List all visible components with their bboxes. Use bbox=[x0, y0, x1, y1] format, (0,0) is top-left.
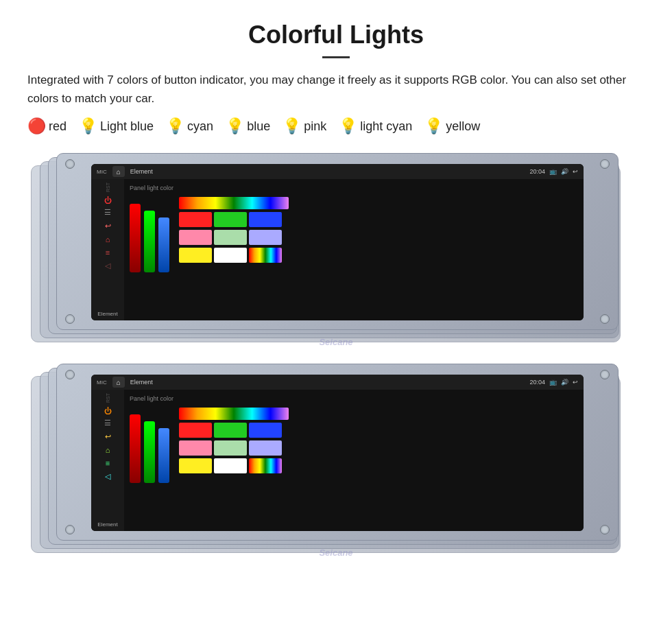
swatch-row-b2 bbox=[179, 440, 289, 456]
swatch-row-2 bbox=[179, 230, 289, 245]
screw-b-tr bbox=[600, 370, 610, 379]
color-yellow: 💡 yellow bbox=[424, 117, 480, 135]
screen-body-top: RST ⏻ ☰ ↩ ⌂ ≡ ◁ Element Panel lig bbox=[91, 179, 584, 320]
main-panel-top: MIC ⌂ Element 20:04 📺 🔊 ↩ RST bbox=[56, 153, 619, 330]
swatch-b-lavender bbox=[249, 440, 282, 456]
bulb-red-icon: 🔴 bbox=[27, 117, 46, 135]
icon-back: ↩ bbox=[573, 168, 578, 175]
color-light-blue: 💡 Light blue bbox=[79, 117, 154, 135]
screen-body-bottom: RST ⏻ ☰ ↩ ⌂ ≡ ◁ Element Panel light colo… bbox=[91, 390, 584, 531]
color-yellow-label: yellow bbox=[446, 119, 480, 134]
element-sidebar-label: Element bbox=[97, 311, 117, 317]
time-display: 20:04 bbox=[529, 168, 545, 175]
color-bars-b bbox=[130, 408, 169, 483]
screw-bl bbox=[65, 314, 75, 324]
nav-icon[interactable]: ≡ bbox=[106, 248, 110, 257]
swatch-row-1 bbox=[179, 212, 289, 227]
topbar-b-right: 20:04 📺 🔊 ↩ bbox=[529, 379, 578, 386]
title-divider bbox=[322, 56, 350, 58]
color-row: 🔴 red 💡 Light blue 💡 cyan 💡 blue 💡 pink … bbox=[27, 117, 645, 135]
color-pink-label: pink bbox=[304, 119, 326, 134]
screw-tr bbox=[600, 159, 610, 169]
icon-vol-b: 🔊 bbox=[561, 379, 568, 386]
topbar-left: MIC ⌂ Element bbox=[97, 166, 153, 177]
mic-label: MIC bbox=[97, 169, 107, 175]
color-blue: 💡 blue bbox=[226, 117, 270, 135]
screen-topbar: MIC ⌂ Element 20:04 📺 🔊 ↩ bbox=[91, 164, 584, 179]
menu-icon[interactable]: ☰ bbox=[104, 208, 111, 217]
description: Integrated with 7 colors of button indic… bbox=[27, 71, 645, 108]
swatch-b-pink bbox=[179, 440, 212, 456]
icon-tv-b: 📺 bbox=[549, 379, 557, 386]
vol-icon[interactable]: ◁ bbox=[105, 261, 110, 270]
bulb-blue-icon: 💡 bbox=[226, 117, 244, 135]
icon-tv: 📺 bbox=[549, 168, 557, 175]
swatch-red bbox=[179, 212, 212, 227]
bulb-cyan-icon: 💡 bbox=[166, 117, 184, 135]
page-wrapper: Colorful Lights Integrated with 7 colors… bbox=[0, 0, 672, 580]
color-cyan-label: cyan bbox=[187, 119, 213, 134]
back-arrow-b[interactable]: ↩ bbox=[105, 432, 111, 441]
screw-br bbox=[600, 314, 610, 324]
swatch-white bbox=[214, 248, 247, 263]
sidebar-icons: ⏻ ☰ ↩ ⌂ ≡ ◁ bbox=[104, 196, 112, 270]
panel-content-b bbox=[130, 408, 578, 483]
color-light-cyan: 💡 light cyan bbox=[339, 117, 412, 135]
rst-label: RST bbox=[106, 182, 110, 192]
bar-blue-b bbox=[158, 428, 169, 483]
swatch-rainbow bbox=[249, 248, 282, 263]
power-icon-b[interactable]: ⏻ bbox=[104, 407, 112, 415]
mic-label-b: MIC bbox=[97, 379, 107, 386]
page-title: Colorful Lights bbox=[27, 21, 645, 49]
sidebar-icons-b: ⏻ ☰ ↩ ⌂ ≡ ◁ bbox=[104, 407, 112, 481]
swatch-b-white bbox=[214, 458, 247, 473]
swatch-yellow bbox=[179, 248, 212, 263]
bar-red-b bbox=[130, 414, 141, 483]
element-label-top: Element bbox=[130, 168, 153, 175]
screw-b-bl bbox=[65, 525, 75, 534]
topbar-right: 20:04 📺 🔊 ↩ bbox=[529, 168, 578, 175]
time-display-b: 20:04 bbox=[529, 379, 545, 386]
bar-blue bbox=[158, 217, 169, 272]
screw-tl bbox=[65, 159, 75, 169]
screw-b-tl bbox=[65, 370, 75, 379]
home-button-b[interactable]: ⌂ bbox=[112, 377, 125, 388]
back-arrow-icon[interactable]: ↩ bbox=[105, 222, 111, 231]
menu-icon-b[interactable]: ☰ bbox=[104, 419, 111, 427]
icon-back-b: ↩ bbox=[573, 379, 578, 386]
swatch-row-b3 bbox=[179, 458, 289, 473]
screen-top: MIC ⌂ Element 20:04 📺 🔊 ↩ RST bbox=[91, 164, 584, 320]
rst-label-b: RST bbox=[106, 393, 110, 403]
bulb-pink-icon: 💡 bbox=[283, 117, 301, 135]
top-device-group: MIC ⌂ Element 20:04 📺 🔊 ↩ RST bbox=[27, 150, 645, 353]
color-pink: 💡 pink bbox=[283, 117, 326, 135]
screw-b-br bbox=[600, 525, 610, 534]
bulb-yellow-icon: 💡 bbox=[424, 117, 443, 135]
vol-icon-b[interactable]: ◁ bbox=[105, 472, 110, 481]
power-icon[interactable]: ⏻ bbox=[104, 196, 112, 204]
main-panel-bottom: MIC ⌂ Element 20:04 📺 🔊 ↩ RST bbox=[56, 364, 619, 541]
swatches-grid-b bbox=[179, 408, 289, 473]
color-lightblue-label: Light blue bbox=[100, 119, 154, 134]
bulb-lightblue-icon: 💡 bbox=[79, 117, 97, 135]
sidebar-bottom: RST ⏻ ☰ ↩ ⌂ ≡ ◁ Element bbox=[91, 390, 124, 531]
rainbow-bar-b bbox=[179, 408, 289, 420]
swatch-b-yellow bbox=[179, 458, 212, 473]
swatch-b-red bbox=[179, 423, 212, 438]
nav-icon-b[interactable]: ≡ bbox=[106, 459, 110, 467]
color-bars bbox=[130, 197, 169, 272]
bulb-lightcyan-icon: 💡 bbox=[339, 117, 357, 135]
home-house-icon[interactable]: ⌂ bbox=[106, 235, 110, 244]
swatch-blue bbox=[249, 212, 282, 227]
element-label-b: Element bbox=[130, 379, 153, 386]
swatch-pink bbox=[179, 230, 212, 245]
swatch-b-green bbox=[214, 423, 247, 438]
sidebar-top: RST ⏻ ☰ ↩ ⌂ ≡ ◁ Element bbox=[91, 179, 124, 320]
swatch-green bbox=[214, 212, 247, 227]
home-house-b[interactable]: ⌂ bbox=[106, 446, 110, 454]
home-button[interactable]: ⌂ bbox=[112, 166, 125, 177]
main-content-top: Panel light color bbox=[124, 179, 584, 320]
bar-red bbox=[130, 204, 141, 272]
color-red: 🔴 red bbox=[27, 117, 67, 135]
main-content-bottom: Panel light color bbox=[124, 390, 584, 531]
